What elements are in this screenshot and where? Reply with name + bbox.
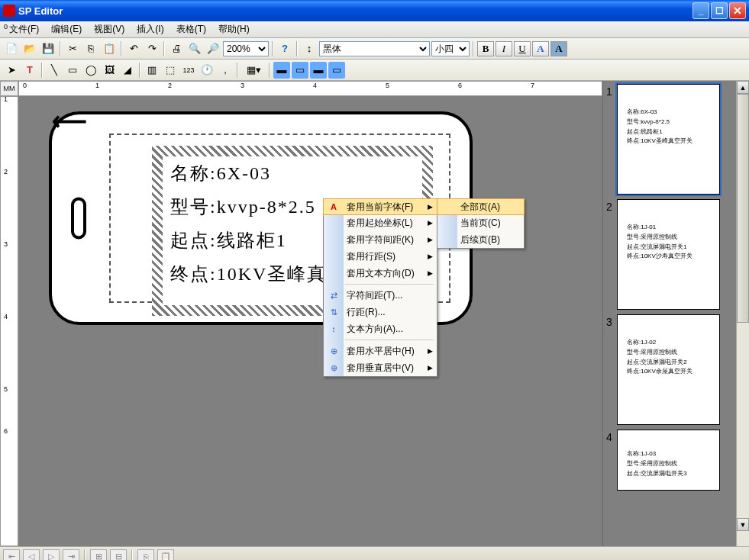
v-center-icon: ⊕	[327, 361, 341, 375]
open-icon[interactable]: 📂	[21, 40, 38, 57]
thumbnail-panel: 1 名称:6X-03型号:kvvp-8*2.5 起点:线路柜1终点:10KV圣峰…	[602, 81, 736, 546]
scroll-down-icon[interactable]: ▼	[737, 518, 749, 531]
ruler-horizontal: 0 1 2 3 4 5 6 7	[18, 81, 602, 96]
cm-line-spacing[interactable]: ⇅ 行距(R)...	[324, 304, 437, 320]
close-button[interactable]: ✕	[729, 2, 746, 19]
scroll-thumb[interactable]	[737, 94, 749, 323]
ruler-vertical: 0 1 2 3 4 5 6	[0, 96, 18, 546]
redo-icon[interactable]: ↷	[144, 40, 160, 57]
line-tool-icon[interactable]: ╲	[46, 62, 63, 79]
menu-insert[interactable]: 插入(I)	[131, 21, 169, 37]
text-tool-icon[interactable]: T	[21, 62, 38, 79]
print-icon[interactable]: 🖨	[168, 40, 185, 57]
spacing-icon[interactable]: ↕	[301, 40, 318, 57]
bt-del-icon[interactable]: ⊟	[110, 549, 127, 561]
sm-all-pages[interactable]: 全部页(A)	[437, 198, 525, 215]
bottom-toolbar: ⇤ ◁ ▷ ⇥ ⊞ ⊟ ⎘ 📋	[0, 546, 749, 560]
table-icon[interactable]: ▦▾	[241, 62, 266, 79]
thumbnail-3[interactable]: 名称:1J-02型号:采用原控制线 起点:交流屏漏电开关2终点:10KV余屋真空…	[617, 314, 720, 425]
font-size-select[interactable]: 小四	[431, 41, 470, 56]
bt-next-icon[interactable]: ▷	[43, 549, 60, 561]
text-dir-icon: ↕	[327, 322, 341, 336]
line-spacing-icon: ⇅	[327, 305, 341, 319]
maximize-button[interactable]: ☐	[711, 2, 728, 19]
counter-icon[interactable]: 123	[180, 62, 197, 79]
menu-table[interactable]: 表格(T)	[170, 21, 212, 37]
select-rect-icon[interactable]: ⬚	[162, 62, 179, 79]
fill3-icon[interactable]: ▬	[310, 62, 327, 79]
window-title: SP Editor	[18, 5, 693, 17]
cut-icon[interactable]: ✂	[64, 40, 81, 57]
cm-h-center[interactable]: ⊕ 套用水平居中(H)▶	[324, 343, 437, 359]
font-family-select[interactable]: 黑体	[319, 41, 430, 56]
sm-next-pages[interactable]: 后续页(B)	[437, 231, 524, 248]
zoom-icon[interactable]: 🔎	[205, 40, 221, 57]
pointer-icon[interactable]: ➤	[3, 62, 20, 79]
arrow-icon: ⟵	[52, 107, 87, 136]
context-menu: A 套用当前字体(F)▶ 套用起始坐标(L)▶ 套用字符间距(K)▶ 套用行距(…	[323, 198, 437, 377]
paste-icon[interactable]: 📋	[101, 40, 118, 57]
zoom-select[interactable]: 200%	[223, 41, 269, 56]
title-bar: SP Editor _ ☐ ✕	[0, 0, 749, 21]
bt-add-icon[interactable]: ⊞	[90, 549, 107, 561]
cm-char-spacing[interactable]: ⇄ 字符间距(T)...	[324, 287, 437, 304]
label-hole	[71, 198, 86, 240]
bt-first-icon[interactable]: ⇤	[3, 549, 20, 561]
bold-button[interactable]: B	[477, 41, 494, 56]
italic-button[interactable]: I	[496, 41, 512, 56]
barcode-icon[interactable]: ▥	[144, 62, 160, 79]
help-icon[interactable]: ?	[276, 40, 293, 57]
submenu-apply-font: 全部页(A) 当前页(C) 后续页(B)	[437, 198, 525, 249]
save-icon[interactable]: 💾	[40, 40, 56, 57]
cm-apply-line-spacing[interactable]: 套用行距(S)▶	[324, 248, 437, 265]
time-icon[interactable]: 🕐	[199, 62, 215, 79]
cm-apply-text-dir[interactable]: 套用文本方向(D)▶	[324, 265, 437, 282]
ruler-unit: MM	[0, 81, 18, 96]
toolbar-main: 📄 📂 💾 ✂ ⎘ 📋 ↶ ↷ 🖨 🔍 🔎 200% ? ↕ 黑体 小四 B I…	[0, 38, 749, 60]
undo-icon[interactable]: ↶	[125, 40, 142, 57]
bt-last-icon[interactable]: ⇥	[63, 549, 79, 561]
cm-apply-origin[interactable]: 套用起始坐标(L)▶	[324, 214, 437, 231]
bt-paste-icon[interactable]: 📋	[157, 549, 174, 561]
rect-tool-icon[interactable]: ▭	[64, 62, 81, 79]
menu-file[interactable]: 文件(F)	[3, 21, 45, 37]
canvas[interactable]: ⟵ 名称:6X-03 型号:kvvp-8*2.5 起点:线路柜1 终点:10KV…	[18, 96, 602, 546]
comma-icon[interactable]: ,	[217, 62, 234, 79]
menu-help[interactable]: 帮助(H)	[212, 21, 256, 37]
cm-apply-font[interactable]: A 套用当前字体(F)▶	[323, 198, 437, 215]
sm-current-page[interactable]: 当前页(C)	[437, 214, 524, 231]
ellipse-tool-icon[interactable]: ◯	[82, 62, 99, 79]
cm-apply-char-spacing[interactable]: 套用字符间距(K)▶	[324, 231, 437, 248]
cm-v-center[interactable]: ⊕ 套用垂直居中(V)▶	[324, 359, 437, 376]
copy-icon[interactable]: ⎘	[82, 40, 99, 57]
font-outline-button[interactable]: A	[532, 41, 549, 56]
menu-view[interactable]: 视图(V)	[88, 21, 131, 37]
bt-prev-icon[interactable]: ◁	[23, 549, 40, 561]
cm-text-dir[interactable]: ↕ 文本方向(A)...	[324, 320, 437, 337]
thumbnail-scrollbar[interactable]: ▲ ▼	[736, 81, 749, 546]
thumbnail-4[interactable]: 名称:1J-03型号:采用原控制线 起点:交流屏漏电开关3	[617, 430, 720, 491]
menu-bar: 文件(F) 编辑(E) 视图(V) 插入(I) 表格(T) 帮助(H)	[0, 21, 749, 38]
menu-edit[interactable]: 编辑(E)	[45, 21, 88, 37]
image-tool-icon[interactable]: 🖼	[101, 62, 118, 79]
new-icon[interactable]: 📄	[3, 40, 20, 57]
object-tool-icon[interactable]: ◢	[119, 62, 136, 79]
preview-icon[interactable]: 🔍	[186, 40, 203, 57]
scroll-up-icon[interactable]: ▲	[737, 81, 749, 94]
font-fill-button[interactable]: A	[550, 41, 567, 56]
fill4-icon[interactable]: ▭	[328, 62, 345, 79]
fill1-icon[interactable]: ▬	[273, 62, 290, 79]
bt-copy-icon[interactable]: ⎘	[137, 549, 154, 561]
h-center-icon: ⊕	[327, 344, 341, 358]
fill2-icon[interactable]: ▭	[292, 62, 308, 79]
toolbar-tools: ➤ T ╲ ▭ ◯ 🖼 ◢ ▥ ⬚ 123 🕐 , ▦▾ ▬ ▭ ▬ ▭	[0, 60, 749, 81]
minimize-button[interactable]: _	[693, 2, 709, 19]
app-icon	[3, 5, 15, 17]
label-line-1: 名称:6X-03	[163, 156, 422, 190]
thumbnail-1[interactable]: 名称:6X-03型号:kvvp-8*2.5 起点:线路柜1终点:10KV圣峰真空…	[617, 84, 720, 195]
font-a-icon: A	[327, 200, 341, 214]
thumbnail-2[interactable]: 名称:1J-01型号:采用原控制线 起点:交流屏漏电开关1终点:10KV沙寿真空…	[617, 199, 720, 310]
char-spacing-icon: ⇄	[327, 288, 341, 302]
underline-button[interactable]: U	[514, 41, 531, 56]
